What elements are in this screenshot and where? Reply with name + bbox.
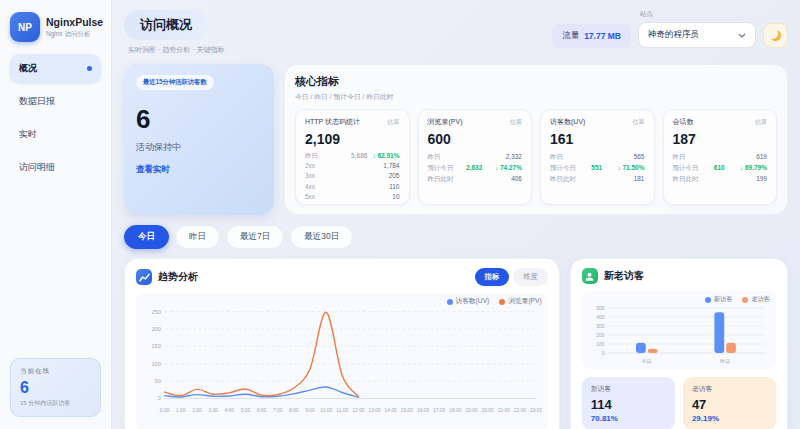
svg-text:50: 50: [155, 378, 161, 384]
sidebar-item-label: 概况: [19, 62, 37, 75]
page-title: 访问概况: [124, 10, 208, 40]
metric-value: 161: [550, 131, 645, 147]
svg-text:13:00: 13:00: [368, 408, 381, 413]
legend-new-label: 新访客: [714, 295, 733, 304]
legend-returning-visitors[interactable]: 老访客: [742, 295, 770, 304]
row-estimate: 551: [591, 162, 602, 173]
app-logo-icon: NP: [10, 12, 40, 42]
row-label: 昨日此时: [673, 173, 699, 184]
svg-text:12:00: 12:00: [352, 408, 365, 413]
sidebar-item-overview[interactable]: 概况: [10, 54, 101, 83]
row-trend: ↓ 71.50%: [617, 162, 644, 173]
sidebar: NP NginxPulse Nginx 访问分析 概况 数据日报 实时 访问明细…: [0, 0, 112, 429]
svg-text:9:00: 9:00: [305, 408, 315, 413]
svg-text:3:00: 3:00: [208, 408, 218, 413]
new-returning-visitors-panel: 新老访客 新访客 老访客 0100200300400500今日昨日: [570, 258, 788, 429]
svg-text:5:00: 5:00: [241, 408, 251, 413]
row-trend: ↓ 62.91%: [372, 151, 399, 161]
svg-text:23:00: 23:00: [530, 408, 542, 413]
row-mid: 5,686: [351, 151, 367, 161]
app-subtitle: Nginx 访问分析: [46, 30, 103, 39]
row-value: 619: [756, 151, 767, 162]
row-value: 205: [389, 171, 400, 181]
tab-today[interactable]: 今日: [124, 225, 169, 249]
svg-text:150: 150: [151, 343, 160, 349]
svg-text:0: 0: [602, 350, 605, 356]
legend-pv-label: 浏览量(PV): [508, 297, 541, 306]
returning-visitor-dot-icon: [742, 297, 748, 303]
site-select-value: 神奇的程序员: [648, 29, 699, 41]
metric-value: 2,109: [305, 131, 400, 147]
metric-title: HTTP 状态码统计: [305, 117, 360, 127]
row-label: 昨日: [673, 151, 686, 162]
active-visitors-value: 6: [136, 104, 262, 135]
visitors-bar-chart: 0100200300400500今日昨日: [588, 304, 770, 367]
page-subtitle: 实时洞察 · 趋势分析 · 关键指标: [128, 45, 224, 55]
metric-card-pageviews: 浏览量(PV) 估算 600 昨日2,332 预计今日2,632↓ 74.27%…: [418, 109, 533, 205]
svg-text:500: 500: [596, 305, 605, 311]
theme-toggle-button[interactable]: [763, 23, 788, 48]
legend-uv-label: 访客数(UV): [456, 297, 490, 306]
app-name: NginxPulse: [46, 16, 103, 28]
tab-last-7-days[interactable]: 最近7日: [226, 225, 284, 249]
svg-text:6:00: 6:00: [257, 408, 267, 413]
core-metrics-panel: 核心指标 今日 / 昨日 / 预计今日 / 昨日此时 HTTP 状态码统计 估算…: [284, 64, 788, 215]
row-label: 预计今日: [550, 162, 576, 173]
sidebar-item-visit-detail[interactable]: 访问明细: [10, 153, 101, 182]
view-realtime-link[interactable]: 查看实时: [136, 164, 262, 176]
sidebar-item-realtime[interactable]: 实时: [10, 120, 101, 149]
row-value: 1,784: [383, 161, 399, 171]
row-trend: ↓ 74.27%: [495, 162, 522, 173]
online-now-value: 6: [20, 379, 91, 397]
pv-dot-icon: [499, 299, 505, 305]
svg-text:20:00: 20:00: [482, 408, 495, 413]
returning-visitors-stat: 老访客 47 29.19%: [683, 377, 776, 429]
metric-estimate-badge: 估算: [510, 118, 522, 127]
legend-new-visitors[interactable]: 新访客: [705, 295, 733, 304]
row-value: 565: [634, 151, 645, 162]
svg-text:17:00: 17:00: [433, 408, 446, 413]
row-label: 昨日此时: [428, 173, 454, 184]
metric-mode-button[interactable]: 指标: [475, 268, 510, 286]
metric-estimate-badge: 估算: [387, 118, 399, 127]
trend-chart-zone: 访客数(UV) 浏览量(PV) 0501001502002500:001:002…: [136, 293, 548, 429]
stat-label: 新访客: [591, 384, 666, 394]
svg-text:18:00: 18:00: [449, 408, 462, 413]
sidebar-item-label: 访问明细: [19, 161, 55, 174]
site-select[interactable]: 神奇的程序员: [638, 22, 756, 48]
svg-text:15:00: 15:00: [401, 408, 414, 413]
svg-text:100: 100: [596, 341, 605, 347]
traffic-badge: 流量 17.77 MB: [552, 24, 631, 48]
core-metrics-subtitle: 今日 / 昨日 / 预计今日 / 昨日此时: [295, 92, 777, 102]
stat-label: 老访客: [692, 384, 767, 394]
row-label: 预计今日: [673, 162, 699, 173]
row-value: 181: [634, 173, 645, 184]
svg-text:300: 300: [596, 323, 605, 329]
active-visitors-card: 最近15分钟活跃访客数 6 活动保持中 查看实时: [124, 64, 274, 215]
chevron-down-icon: [738, 33, 746, 38]
metric-card-http-status: HTTP 状态码统计 估算 2,109 昨日5,686↓ 62.91% 2xx1…: [295, 109, 410, 205]
svg-text:8:00: 8:00: [289, 408, 299, 413]
app-logo-row: NP NginxPulse Nginx 访问分析: [10, 10, 101, 54]
sidebar-item-daily-report[interactable]: 数据日报: [10, 87, 101, 116]
metric-value: 600: [428, 131, 523, 147]
legend-uv[interactable]: 访客数(UV): [447, 297, 490, 306]
legend-returning-label: 老访客: [751, 295, 770, 304]
row-label: 预计今日: [428, 162, 454, 173]
visitors-chart-zone: 新访客 老访客 0100200300400500今日昨日: [582, 291, 776, 369]
svg-text:400: 400: [596, 314, 605, 320]
legend-pv[interactable]: 浏览量(PV): [499, 297, 541, 306]
tab-last-30-days[interactable]: 最近30日: [290, 225, 353, 249]
trend-title: 趋势分析: [158, 270, 198, 284]
metric-card-sessions: 会话数 估算 187 昨日619 预计今日610↓ 69.79% 昨日此时199: [663, 109, 778, 205]
core-metrics-title: 核心指标: [295, 74, 777, 89]
row-value: 199: [756, 173, 767, 184]
metric-title: 会话数: [673, 117, 694, 127]
row-estimate: 2,632: [466, 162, 482, 173]
traffic-value: 17.77 MB: [584, 31, 621, 41]
dimension-mode-button[interactable]: 维度: [513, 268, 548, 286]
svg-text:1:00: 1:00: [176, 408, 186, 413]
metric-estimate-badge: 估算: [755, 118, 767, 127]
tab-yesterday[interactable]: 昨日: [175, 225, 220, 249]
traffic-label: 流量: [562, 30, 579, 42]
